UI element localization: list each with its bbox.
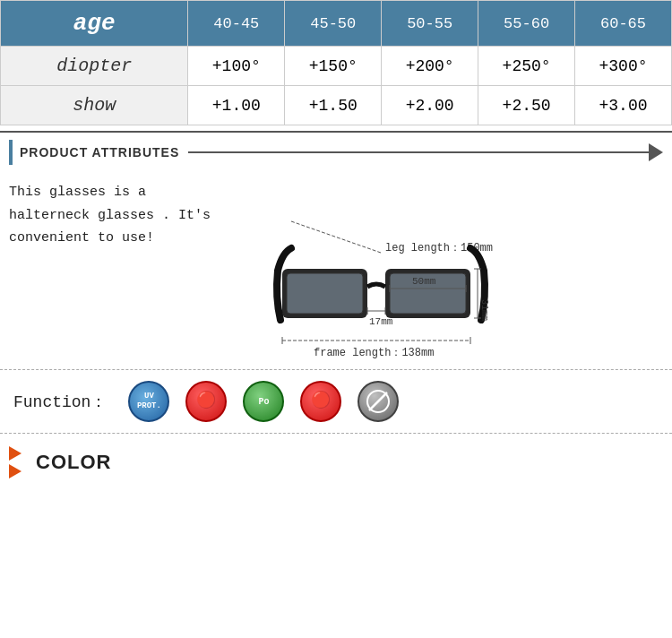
show-val-1: +1.00 (188, 86, 285, 125)
age-diopter-table: age 40-45 45-50 50-55 55-60 60-65 diopte… (0, 0, 672, 125)
polarized-icon: Po (243, 381, 284, 422)
color-section: COLOR (0, 434, 672, 491)
anti-scratch-icon: 🔴 (185, 381, 227, 422)
uv-protection-icon: UVPROT. (128, 381, 169, 422)
svg-text:17mm: 17mm (369, 316, 393, 327)
age-col-4: 55-60 (478, 1, 575, 47)
show-val-3: +2.00 (382, 86, 478, 125)
function-label: Function： (13, 391, 107, 412)
glasses-svg: leg length：150mm 50mm (264, 181, 641, 369)
svg-text:frame length：138mm: frame length：138mm (314, 347, 434, 359)
diopter-val-5: +300° (575, 47, 672, 86)
accent-bar (9, 140, 13, 165)
anti-glare-icon: 🔴 (300, 381, 341, 422)
color-arrows (9, 446, 22, 478)
svg-text:31mm: 31mm (479, 299, 489, 321)
age-col-3: 50-55 (382, 1, 478, 47)
arrow-right-bottom (9, 464, 22, 478)
description-text: This glasses is a halterneck glasses . I… (9, 181, 242, 360)
diopter-val-2: +150° (285, 47, 382, 86)
age-col-2: 45-50 (285, 1, 382, 47)
diopter-val-4: +250° (478, 47, 575, 86)
show-val-4: +2.50 (478, 86, 575, 125)
show-label: show (1, 86, 188, 125)
attr-divider-line (188, 151, 649, 153)
diopter-val-3: +200° (382, 47, 478, 86)
arrow-right-top (9, 446, 22, 461)
glasses-diagram: leg length：150mm 50mm (242, 181, 663, 360)
product-attributes-bar: PRODUCT ATTRIBUTES (0, 131, 672, 172)
svg-text:50mm: 50mm (412, 276, 436, 287)
anti-uv-icon (358, 381, 399, 422)
function-section: Function： UVPROT. 🔴 Po 🔴 (0, 370, 672, 434)
age-col-1: 40-45 (188, 1, 285, 47)
age-col-5: 60-65 (575, 1, 672, 47)
middle-section: This glasses is a halterneck glasses . I… (0, 172, 672, 370)
svg-rect-2 (287, 273, 363, 314)
diopter-val-1: +100° (188, 47, 285, 86)
age-label: age (1, 1, 188, 47)
diopter-label: diopter (1, 47, 188, 86)
svg-line-0 (291, 221, 381, 253)
show-val-2: +1.50 (285, 86, 382, 125)
attr-divider-arrow (649, 143, 663, 161)
show-val-5: +3.00 (575, 86, 672, 125)
product-attributes-title: PRODUCT ATTRIBUTES (20, 145, 179, 160)
svg-line-22 (369, 392, 387, 410)
color-title: COLOR (36, 451, 111, 474)
